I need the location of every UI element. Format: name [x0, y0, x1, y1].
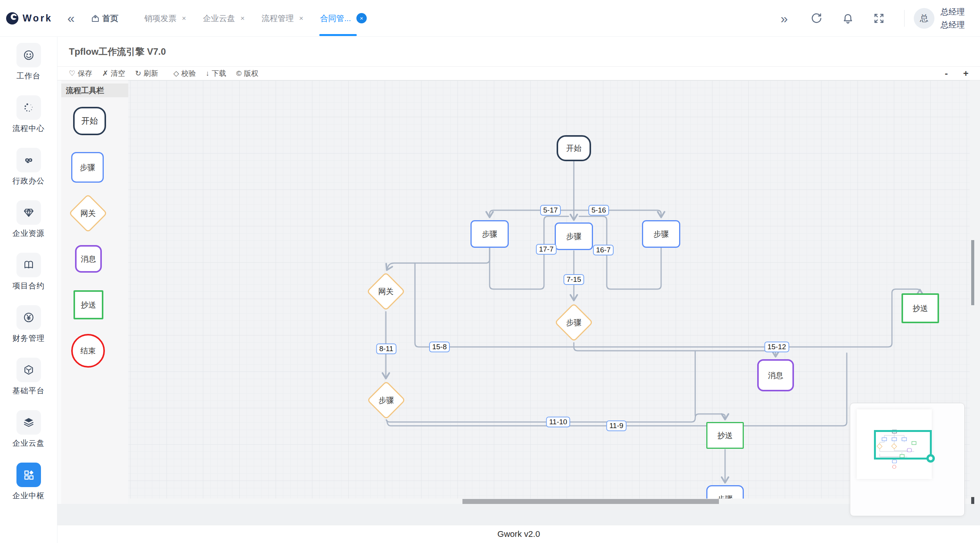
flow-toolbar: ♡ 保存 ✗ 清空 ↻ 刷新 ◇ 校验 ↓ 下载 © 版权 - +: [57, 67, 980, 80]
node-step-diamond-mid[interactable]: 步骤: [554, 303, 593, 342]
vertical-scrollbar-thumb[interactable]: [971, 240, 974, 305]
download-button[interactable]: ↓ 下载: [206, 69, 227, 79]
tab-hetong-guanli-active[interactable]: 合同管... ×: [320, 0, 367, 37]
edge-label[interactable]: 5-17: [540, 205, 561, 216]
edge-label[interactable]: 5-16: [588, 205, 609, 216]
sidebar-item-label: 企业资源: [13, 228, 45, 239]
active-tab-underline: [319, 34, 357, 36]
app-logo: Work: [0, 11, 57, 26]
sidebar-item-label: 流程中心: [13, 123, 45, 134]
close-tab-icon[interactable]: ×: [356, 13, 367, 23]
vertical-scrollbar-nub[interactable]: [971, 497, 974, 504]
save-label: 保存: [78, 69, 92, 79]
sidebar-item-admin-office[interactable]: 行政办公: [13, 148, 45, 186]
divider: [904, 10, 905, 27]
node-message[interactable]: 消息: [757, 359, 794, 391]
sidebar-item-label: 项目合约: [13, 281, 45, 291]
minimap-viewport[interactable]: [874, 430, 932, 460]
node-cc-lower[interactable]: 抄送: [706, 422, 744, 449]
close-tab-icon[interactable]: ×: [240, 14, 245, 23]
engine-title-bar: Tpflow工作流引擎 V7.0: [57, 37, 980, 67]
close-tab-icon[interactable]: ×: [182, 14, 186, 23]
validate-button[interactable]: ◇ 校验: [173, 69, 196, 79]
edge-label[interactable]: 15-8: [429, 342, 450, 352]
palette-item-step[interactable]: 步骤: [71, 152, 104, 183]
minimap-panel[interactable]: [850, 403, 965, 516]
node-step-diamond-lower[interactable]: 步骤: [367, 381, 406, 420]
sidebar-item-workbench[interactable]: 工作台: [16, 43, 41, 81]
expand-icon[interactable]: »: [781, 11, 788, 26]
flow-canvas[interactable]: 5-17 5-16 17-7 16-7 7-15 15-8 8-11 15-12…: [57, 80, 980, 504]
fullscreen-icon[interactable]: [874, 13, 884, 24]
cube-icon: [16, 358, 41, 382]
download-icon: ↓: [206, 69, 210, 78]
sidebar-item-label: 企业云盘: [13, 438, 45, 448]
node-cc-right[interactable]: 抄送: [902, 293, 939, 323]
sidebar-item-label: 基础平台: [13, 386, 45, 396]
sidebar-item-project-contracts[interactable]: 项目合约: [13, 253, 45, 291]
collapse-tabs-icon[interactable]: «: [67, 11, 75, 26]
palette-item-cc[interactable]: 抄送: [74, 290, 103, 319]
edge-label[interactable]: 16-7: [593, 245, 614, 255]
edge-label[interactable]: 8-11: [376, 343, 397, 354]
sidebar-item-finance[interactable]: 财务管理: [13, 305, 45, 343]
clear-button[interactable]: ✗ 清空: [102, 69, 125, 79]
tab-liucheng-guanli[interactable]: 流程管理 ×: [261, 0, 303, 37]
tab-qiye-yunpan[interactable]: 企业云盘 ×: [203, 0, 245, 37]
footer-version: Gwork v2.0: [57, 529, 980, 539]
node-step-right[interactable]: 步骤: [642, 220, 680, 248]
sidebar-item-process-center[interactable]: 流程中心: [13, 95, 45, 134]
canvas-gutter: [57, 80, 61, 504]
zoom-out-button[interactable]: -: [945, 70, 948, 77]
layers-icon: [16, 410, 41, 435]
node-label: 步骤: [554, 303, 593, 342]
x-icon: ✗: [102, 69, 108, 78]
tab-label: 销项发票: [144, 13, 176, 24]
bottom-belt: [57, 504, 980, 525]
sidebar-item-cloud-drive[interactable]: 企业云盘: [13, 410, 45, 448]
top-header: Work « 首页 销项发票 × 企业云盘 × 流程管理 × 合同管... × …: [0, 0, 980, 37]
node-start[interactable]: 开始: [557, 135, 591, 161]
refresh-label: 刷新: [144, 69, 158, 79]
edge-label[interactable]: 11-9: [606, 420, 627, 431]
palette-item-message[interactable]: 消息: [75, 245, 102, 273]
node-gateway[interactable]: 网关: [366, 272, 405, 311]
refresh-icon[interactable]: [811, 13, 822, 24]
horizontal-scrollbar-thumb[interactable]: [462, 499, 719, 504]
clear-label: 清空: [111, 69, 125, 79]
user-avatar[interactable]: 总: [914, 8, 934, 29]
tab-xiaoxiang-fapiao[interactable]: 销项发票 ×: [144, 0, 186, 37]
save-button[interactable]: ♡ 保存: [69, 69, 92, 79]
node-label: 步骤: [367, 381, 406, 420]
minimap-resize-handle[interactable]: [926, 454, 935, 463]
gem-icon: [16, 200, 41, 225]
user-name[interactable]: 总经理 总经理: [941, 5, 965, 31]
palette-item-start[interactable]: 开始: [73, 107, 106, 135]
tab-home[interactable]: 首页: [91, 13, 118, 24]
sidebar-item-label: 工作台: [16, 71, 41, 81]
tab-label: 企业云盘: [203, 13, 235, 24]
edge-label[interactable]: 15-12: [764, 342, 789, 352]
sidebar-item-enterprise-hub[interactable]: 企业中枢: [13, 463, 45, 501]
notification-bell-icon[interactable]: [842, 13, 854, 24]
flow-edges: [57, 80, 980, 504]
palette-item-end[interactable]: 结束: [71, 334, 105, 368]
sidebar-item-label: 行政办公: [13, 176, 45, 186]
copyright-button[interactable]: © 版权: [236, 69, 258, 79]
palette-item-gateway[interactable]: 网关: [69, 194, 108, 233]
user-name-line2: 总经理: [941, 18, 965, 31]
sidebar-item-enterprise-resources[interactable]: 企业资源: [13, 200, 45, 239]
heart-icon: ♡: [69, 69, 75, 78]
refresh-button[interactable]: ↻ 刷新: [135, 69, 158, 79]
node-step-center[interactable]: 步骤: [555, 222, 593, 250]
smiley-icon: [16, 43, 41, 67]
edge-label[interactable]: 17-7: [536, 244, 557, 255]
edge-label[interactable]: 11-10: [546, 417, 570, 427]
sidebar-item-base-platform[interactable]: 基础平台: [13, 358, 45, 396]
edge-label[interactable]: 7-15: [564, 274, 584, 285]
zoom-in-button[interactable]: +: [963, 70, 969, 77]
engine-title: Tpflow工作流引擎 V7.0: [69, 46, 166, 58]
node-step-left[interactable]: 步骤: [470, 220, 509, 248]
close-tab-icon[interactable]: ×: [299, 14, 303, 23]
home-icon: [91, 14, 100, 23]
